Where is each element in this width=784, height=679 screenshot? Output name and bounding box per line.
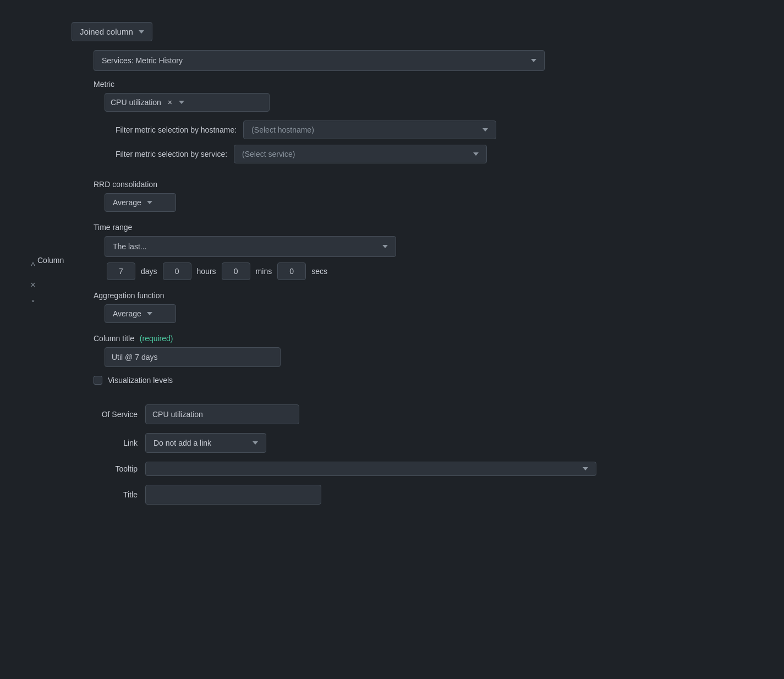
link-value: Do not add a link bbox=[153, 439, 211, 447]
left-controls: ^ × ˅ bbox=[17, 50, 50, 513]
link-label: Link bbox=[94, 439, 138, 447]
mins-label: mins bbox=[253, 267, 276, 276]
filter-hostname-chevron-icon bbox=[483, 128, 488, 132]
time-range-section: The last... days hours mins secs bbox=[94, 236, 767, 280]
metric-clear-button[interactable]: × bbox=[166, 98, 174, 107]
title-row: Title bbox=[94, 485, 767, 505]
time-range-dropdown[interactable]: The last... bbox=[105, 236, 396, 257]
column-title-input[interactable] bbox=[105, 347, 281, 367]
column-label: Column bbox=[37, 256, 64, 265]
rrd-dropdown[interactable]: Average bbox=[105, 193, 176, 212]
rrd-value: Average bbox=[113, 198, 141, 207]
arrow-up-icon: ^ bbox=[31, 261, 35, 271]
joined-column-dropdown[interactable]: Joined column bbox=[72, 22, 152, 41]
close-icon: × bbox=[30, 280, 35, 289]
remove-button[interactable]: × bbox=[28, 278, 37, 292]
filter-service-placeholder: (Select service) bbox=[242, 150, 295, 158]
of-service-label: Of Service bbox=[94, 410, 138, 419]
joined-column-chevron-icon bbox=[139, 30, 144, 34]
link-dropdown[interactable]: Do not add a link bbox=[145, 433, 266, 453]
metric-row: CPU utilization × bbox=[105, 93, 767, 112]
aggregation-section-label: Aggregation function bbox=[94, 291, 767, 300]
column-title-label: Column title bbox=[94, 334, 134, 343]
bottom-section: Of Service Link Do not add a link Toolti… bbox=[94, 404, 767, 505]
form-area: Services: Metric History Metric CPU util… bbox=[94, 50, 767, 513]
of-service-row: Of Service bbox=[94, 404, 767, 424]
metric-clear-icon: × bbox=[168, 98, 172, 107]
time-range-value: The last... bbox=[113, 242, 146, 251]
link-chevron-icon bbox=[253, 441, 258, 445]
filter-service-dropdown[interactable]: (Select service) bbox=[234, 145, 487, 163]
time-range-section-label: Time range bbox=[94, 223, 767, 232]
aggregation-section: Average bbox=[94, 304, 767, 323]
filter-service-row: Filter metric selection by service: (Sel… bbox=[105, 145, 767, 163]
service-chevron-icon bbox=[531, 59, 536, 62]
filter-service-label: Filter metric selection by service: bbox=[116, 150, 227, 158]
column-title-label-row: Column title (required) bbox=[94, 334, 767, 343]
filter-hostname-row: Filter metric selection by hostname: (Se… bbox=[105, 121, 767, 139]
days-input[interactable] bbox=[107, 262, 135, 280]
of-service-input[interactable] bbox=[145, 404, 299, 424]
tooltip-label: Tooltip bbox=[94, 464, 138, 473]
visualization-levels-checkbox[interactable] bbox=[94, 376, 102, 385]
filter-hostname-dropdown[interactable]: (Select hostname) bbox=[243, 121, 496, 139]
main-container: Joined column ^ × ˅ Column Services: Met… bbox=[0, 11, 784, 524]
tooltip-dropdown[interactable] bbox=[145, 462, 596, 476]
column-title-required: (required) bbox=[140, 334, 173, 343]
content-area: ^ × ˅ Column Services: Metric History Me… bbox=[17, 50, 767, 513]
metric-value: CPU utilization bbox=[111, 98, 161, 107]
aggregation-dropdown[interactable]: Average bbox=[105, 304, 176, 323]
joined-column-label: Joined column bbox=[80, 27, 133, 36]
title-input[interactable] bbox=[145, 485, 321, 505]
column-title-section bbox=[94, 347, 767, 367]
rrd-chevron-icon bbox=[147, 201, 152, 204]
metric-section: CPU utilization × Filter metric selectio… bbox=[94, 93, 767, 163]
rrd-section-label: RRD consolidation bbox=[94, 180, 767, 189]
secs-input[interactable] bbox=[277, 262, 306, 280]
visualization-levels-label: Visualization levels bbox=[108, 376, 173, 385]
arrow-down-icon: ˅ bbox=[31, 299, 35, 309]
metric-chevron-icon bbox=[179, 101, 184, 104]
tooltip-chevron-icon bbox=[583, 467, 588, 470]
service-dropdown[interactable]: Services: Metric History bbox=[94, 50, 545, 71]
aggregation-chevron-icon bbox=[147, 312, 152, 315]
filter-service-chevron-icon bbox=[473, 152, 479, 156]
hours-label: hours bbox=[194, 267, 220, 276]
time-inputs-row: days hours mins secs bbox=[105, 262, 767, 280]
rrd-section: Average bbox=[94, 193, 767, 212]
link-row: Link Do not add a link bbox=[94, 433, 767, 453]
visualization-levels-row: Visualization levels bbox=[94, 376, 767, 385]
days-label: days bbox=[138, 267, 161, 276]
service-dropdown-label: Services: Metric History bbox=[102, 56, 183, 65]
move-down-button[interactable]: ˅ bbox=[29, 297, 37, 311]
move-up-button[interactable]: ^ bbox=[29, 259, 37, 273]
title-label: Title bbox=[94, 490, 138, 499]
tooltip-row: Tooltip bbox=[94, 462, 767, 476]
filter-hostname-placeholder: (Select hostname) bbox=[251, 125, 314, 134]
mins-input[interactable] bbox=[222, 262, 250, 280]
aggregation-value: Average bbox=[113, 309, 141, 318]
hours-input[interactable] bbox=[163, 262, 191, 280]
time-range-chevron-icon bbox=[382, 245, 388, 248]
metric-section-label: Metric bbox=[94, 80, 767, 89]
metric-input-wrapper: CPU utilization × bbox=[105, 93, 270, 112]
secs-label: secs bbox=[308, 267, 331, 276]
filter-hostname-label: Filter metric selection by hostname: bbox=[116, 125, 237, 134]
